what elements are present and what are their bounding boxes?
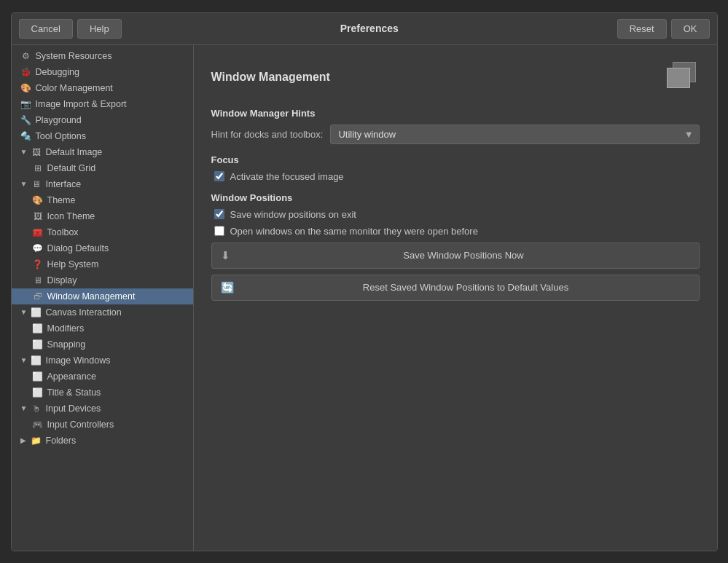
preferences-dialog: Cancel Help Preferences Reset OK ⚙ Syste…	[11, 12, 718, 551]
window-manager-hints-label: Window Manager Hints	[211, 108, 700, 119]
content-area: ⚙ System Resources 🐞 Debugging 🎨 Color M…	[12, 45, 717, 551]
sidebar-item-help-system[interactable]: ❓ Help System	[12, 256, 193, 272]
display-icon: 🖥	[32, 275, 44, 286]
sidebar-item-system-resources[interactable]: ⚙ System Resources	[12, 48, 193, 64]
image-windows-icon: ⬜	[31, 355, 42, 366]
save-positions-icon: ⬇	[221, 249, 230, 262]
sidebar-item-color-management[interactable]: 🎨 Color Management	[12, 80, 193, 96]
reset-positions-label: Reset Saved Window Positions to Default …	[242, 282, 690, 293]
theme-icon: 🎨	[32, 194, 44, 206]
reset-button[interactable]: Reset	[617, 19, 667, 39]
titlebar: Cancel Help Preferences Reset OK	[12, 13, 717, 45]
save-positions-now-button[interactable]: ⬇ Save Window Positions Now	[211, 243, 700, 269]
reset-positions-button[interactable]: 🔄 Reset Saved Window Positions to Defaul…	[211, 275, 700, 301]
sidebar-item-canvas-interaction[interactable]: ▼ ⬜ Canvas Interaction	[12, 304, 193, 320]
snapping-icon: ⬜	[32, 339, 44, 350]
help-system-icon: ❓	[32, 259, 44, 270]
open-same-monitor-row: Open windows on the same monitor they we…	[211, 226, 700, 237]
color-management-icon: 🎨	[20, 82, 32, 94]
sidebar-item-tool-options[interactable]: 🔩 Tool Options	[12, 128, 193, 144]
dialog-defaults-icon: 💬	[32, 243, 44, 254]
window-positions-label: Window Positions	[211, 192, 700, 203]
sidebar-item-snapping[interactable]: ⬜ Snapping	[12, 336, 193, 353]
sidebar-item-default-image[interactable]: ▼ 🖼 Default Image	[12, 144, 193, 160]
focus-label: Focus	[211, 154, 700, 165]
window-management-icon-large	[665, 60, 700, 95]
collapse-arrow-canvas: ▼	[20, 308, 31, 316]
main-content: Window Management Window Manager Hints H…	[194, 45, 717, 551]
tool-options-icon: 🔩	[20, 130, 32, 142]
modifiers-icon: ⬜	[32, 323, 44, 334]
window-management-icon: 🗗	[32, 291, 44, 302]
default-image-icon: 🖼	[31, 146, 42, 158]
hint-label: Hint for docks and toolbox:	[211, 129, 324, 140]
sidebar-item-theme[interactable]: 🎨 Theme	[12, 192, 193, 208]
sidebar-item-image-windows[interactable]: ▼ ⬜ Image Windows	[12, 353, 193, 369]
section-title: Window Management	[211, 71, 330, 84]
open-same-monitor-label: Open windows on the same monitor they we…	[230, 226, 478, 237]
playground-icon: 🔧	[20, 114, 32, 126]
sidebar-item-input-devices[interactable]: ▼ 🖱 Input Devices	[12, 401, 193, 417]
sidebar-item-window-management[interactable]: 🗗 Window Management	[12, 288, 193, 304]
sidebar-item-default-grid[interactable]: ⊞ Default Grid	[12, 160, 193, 176]
sidebar-item-dialog-defaults[interactable]: 💬 Dialog Defaults	[12, 240, 193, 256]
collapse-arrow-input-devices: ▼	[20, 404, 31, 412]
ok-button[interactable]: OK	[671, 19, 710, 39]
section-header: Window Management	[211, 60, 700, 95]
save-positions-label: Save Window Positions Now	[238, 250, 690, 261]
interface-icon: 🖥	[31, 178, 42, 190]
canvas-interaction-icon: ⬜	[31, 307, 42, 318]
debugging-icon: 🐞	[20, 66, 32, 78]
system-resources-icon: ⚙	[20, 50, 32, 62]
save-on-exit-row: Save window positions on exit	[211, 209, 700, 220]
help-button[interactable]: Help	[77, 19, 122, 39]
sidebar-item-modifiers[interactable]: ⬜ Modifiers	[12, 320, 193, 336]
save-on-exit-label: Save window positions on exit	[230, 209, 356, 220]
save-on-exit-checkbox[interactable]	[214, 209, 224, 219]
sidebar-item-debugging[interactable]: 🐞 Debugging	[12, 64, 193, 80]
sidebar-item-title-status[interactable]: ⬜ Title & Status	[12, 385, 193, 401]
toolbox-icon: 🧰	[32, 227, 44, 238]
input-controllers-icon: 🎮	[32, 419, 44, 430]
sidebar-item-toolbox[interactable]: 🧰 Toolbox	[12, 224, 193, 240]
hint-dropdown[interactable]: Utility window Normal window Dialog wind…	[330, 125, 699, 144]
collapse-arrow-image-windows: ▼	[20, 356, 31, 364]
sidebar-item-interface[interactable]: ▼ 🖥 Interface	[12, 176, 193, 192]
open-same-monitor-checkbox[interactable]	[214, 226, 224, 236]
default-grid-icon: ⊞	[32, 162, 44, 174]
sidebar-item-icon-theme[interactable]: 🖼 Icon Theme	[12, 208, 193, 224]
activate-focused-label: Activate the focused image	[230, 171, 344, 182]
collapse-arrow-folders: ▶	[20, 436, 31, 444]
appearance-icon: ⬜	[32, 371, 44, 382]
hint-dropdown-wrap: Utility window Normal window Dialog wind…	[330, 125, 699, 144]
folders-icon: 📁	[31, 435, 42, 446]
cancel-button[interactable]: Cancel	[19, 19, 73, 39]
sidebar-item-folders[interactable]: ▶ 📁 Folders	[12, 433, 193, 449]
collapse-arrow-interface: ▼	[20, 180, 31, 188]
sidebar-item-appearance[interactable]: ⬜ Appearance	[12, 369, 193, 385]
win-front	[667, 68, 690, 88]
sidebar-item-display[interactable]: 🖥 Display	[12, 272, 193, 288]
activate-focused-row: Activate the focused image	[211, 171, 700, 182]
reset-positions-icon: 🔄	[221, 281, 235, 294]
collapse-arrow-default-image: ▼	[20, 148, 31, 156]
title-status-icon: ⬜	[32, 387, 44, 398]
sidebar-item-image-import-export[interactable]: 📷 Image Import & Export	[12, 96, 193, 112]
sidebar-item-playground[interactable]: 🔧 Playground	[12, 112, 193, 128]
dialog-title: Preferences	[126, 23, 613, 34]
input-devices-icon: 🖱	[31, 403, 42, 414]
sidebar: ⚙ System Resources 🐞 Debugging 🎨 Color M…	[12, 45, 194, 551]
window-icon-graphic	[667, 62, 697, 92]
icon-theme-icon: 🖼	[32, 210, 44, 222]
sidebar-item-input-controllers[interactable]: 🎮 Input Controllers	[12, 417, 193, 433]
titlebar-right: Reset OK	[617, 19, 710, 39]
hint-row: Hint for docks and toolbox: Utility wind…	[211, 125, 700, 144]
image-import-export-icon: 📷	[20, 98, 32, 110]
activate-focused-checkbox[interactable]	[214, 171, 224, 181]
